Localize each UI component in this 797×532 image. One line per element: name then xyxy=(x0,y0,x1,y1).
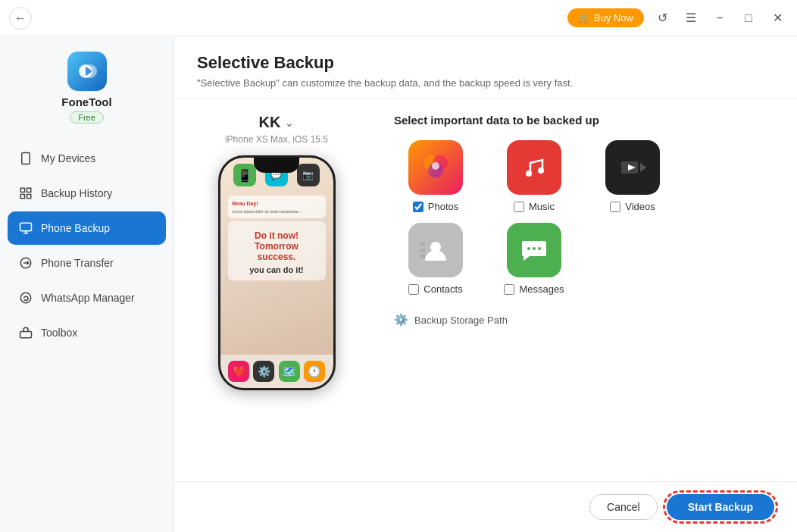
title-bar: ← 🛒 Buy Now ↺ ☰ − □ ✕ xyxy=(0,0,797,36)
cancel-button[interactable]: Cancel xyxy=(589,494,658,520)
backup-path-label: Backup Storage Path xyxy=(414,315,508,326)
phone-bottom-icon-3: 🗺️ xyxy=(279,361,300,382)
sidebar-item-phone-transfer[interactable]: Phone Transfer xyxy=(8,246,166,280)
backup-icon xyxy=(18,221,33,236)
sidebar-item-toolbox[interactable]: Toolbox xyxy=(8,316,166,349)
device-icon xyxy=(18,151,33,166)
sidebar-item-label-toolbox: Toolbox xyxy=(41,327,77,339)
videos-icon xyxy=(605,140,660,195)
phone-section: KK ⌄ iPhone XS Max, iOS 15.5 📱 💬 📷 xyxy=(197,114,356,466)
photos-checkbox[interactable] xyxy=(413,202,424,212)
phone-bottom-bar: ❤️ ⚙️ 🗺️ 🕐 xyxy=(220,355,333,388)
svg-rect-5 xyxy=(27,188,31,192)
phone-bottom-icon-2: ⚙️ xyxy=(253,361,274,382)
sidebar-item-label-my-devices: My Devices xyxy=(41,152,95,164)
data-item-messages: Messages xyxy=(492,223,576,295)
svg-point-30 xyxy=(533,247,536,250)
sidebar-item-label-backup-history: Backup History xyxy=(41,187,112,199)
sidebar-item-phone-backup[interactable]: Phone Backup xyxy=(8,211,166,245)
data-item-music: Music xyxy=(492,140,576,212)
data-item-photos: Photos xyxy=(394,140,477,212)
phone-app-icon-1: 📱 xyxy=(233,164,256,186)
chevron-down-icon: ⌄ xyxy=(285,117,294,129)
menu-button[interactable]: ☰ xyxy=(680,8,702,29)
phone-bottom-icon-4: 🕐 xyxy=(304,361,325,382)
data-section-title: Select important data to be backed up xyxy=(394,114,774,127)
page-title: Selective Backup xyxy=(197,53,774,73)
sidebar: FoneTool Free My Devices B xyxy=(0,36,174,532)
svg-rect-6 xyxy=(20,195,24,199)
svg-point-10 xyxy=(20,293,31,303)
page-description: "Selective Backup" can customize the bac… xyxy=(197,77,774,89)
sidebar-item-my-devices[interactable]: My Devices xyxy=(8,142,166,175)
content-body: KK ⌄ iPhone XS Max, iOS 15.5 📱 💬 📷 xyxy=(174,99,797,481)
app-logo-icon xyxy=(67,52,107,91)
music-icon xyxy=(507,140,561,195)
free-badge: Free xyxy=(70,111,104,124)
start-backup-button[interactable]: Start Backup xyxy=(667,494,774,520)
phone-bottom-icon-1: ❤️ xyxy=(228,361,249,382)
device-name: KK xyxy=(259,114,281,131)
svg-rect-25 xyxy=(420,243,425,246)
app-name: FoneTool xyxy=(61,95,111,108)
content-header: Selective Backup "Selective Backup" can … xyxy=(174,36,797,99)
rotate-button[interactable]: ↺ xyxy=(652,8,673,29)
videos-label: Videos xyxy=(625,201,655,212)
device-selector[interactable]: KK ⌄ xyxy=(259,114,295,131)
svg-rect-27 xyxy=(420,255,425,258)
close-button[interactable]: ✕ xyxy=(767,8,788,29)
phone-screen: 📱 💬 📷 Beau Day! Lorem ipsum dolor sit am… xyxy=(220,158,333,388)
data-item-videos: Videos xyxy=(591,140,674,212)
svg-rect-11 xyxy=(20,332,32,338)
messages-label-row: Messages xyxy=(504,283,564,295)
history-icon xyxy=(18,186,33,201)
gear-icon: ⚙️ xyxy=(394,313,408,327)
photos-icon xyxy=(408,140,463,195)
back-button[interactable]: ← xyxy=(9,7,32,30)
contacts-icon xyxy=(408,223,463,277)
sidebar-item-label-whatsapp: WhatsApp Manager xyxy=(41,292,135,304)
data-selection-section: Select important data to be backed up xyxy=(371,114,774,466)
svg-rect-7 xyxy=(27,195,31,199)
svg-point-18 xyxy=(538,167,544,174)
svg-point-31 xyxy=(538,247,541,250)
phone-app-icon-3: 📷 xyxy=(297,164,320,186)
phone-notch xyxy=(254,158,299,173)
phone-content-area: Beau Day! Lorem ipsum dolor sit amet con… xyxy=(220,191,333,285)
messages-checkbox[interactable] xyxy=(504,284,514,295)
backup-storage-path[interactable]: ⚙️ Backup Storage Path xyxy=(394,313,774,327)
music-checkbox[interactable] xyxy=(514,202,524,212)
data-item-contacts: Contacts xyxy=(394,223,477,295)
sidebar-item-whatsapp-manager[interactable]: WhatsApp Manager xyxy=(8,281,166,315)
contacts-label: Contacts xyxy=(424,283,462,295)
svg-point-17 xyxy=(526,171,532,177)
phone-post-1: Beau Day! Lorem ipsum dolor sit amet con… xyxy=(228,196,326,218)
buy-now-label: Buy Now xyxy=(594,12,633,23)
svg-rect-2 xyxy=(22,153,30,164)
logo-area: FoneTool Free xyxy=(61,52,111,124)
sidebar-item-backup-history[interactable]: Backup History xyxy=(8,177,166,210)
svg-rect-26 xyxy=(420,249,425,252)
music-label: Music xyxy=(529,201,555,212)
phone-you-text: you can do it! xyxy=(233,265,321,274)
messages-label: Messages xyxy=(519,283,564,295)
videos-checkbox[interactable] xyxy=(610,202,620,212)
title-bar-left: ← xyxy=(9,7,32,30)
buy-now-button[interactable]: 🛒 Buy Now xyxy=(567,8,644,27)
main-layout: FoneTool Free My Devices B xyxy=(0,36,797,532)
svg-rect-8 xyxy=(20,223,32,231)
svg-rect-16 xyxy=(519,152,549,183)
svg-point-29 xyxy=(527,247,530,250)
phone-frame: 📱 💬 📷 Beau Day! Lorem ipsum dolor sit am… xyxy=(218,155,336,390)
content-footer: Cancel Start Backup xyxy=(174,481,797,532)
messages-icon xyxy=(507,223,561,277)
toolbox-icon xyxy=(18,325,33,340)
contacts-label-row: Contacts xyxy=(408,283,462,295)
minimize-button[interactable]: − xyxy=(709,8,730,29)
title-bar-right: 🛒 Buy Now ↺ ☰ − □ ✕ xyxy=(567,8,788,29)
maximize-button[interactable]: □ xyxy=(738,8,759,29)
data-items-grid: Photos xyxy=(394,140,774,295)
content-area: Selective Backup "Selective Backup" can … xyxy=(174,36,797,532)
contacts-checkbox[interactable] xyxy=(408,284,419,295)
svg-point-15 xyxy=(432,162,439,170)
